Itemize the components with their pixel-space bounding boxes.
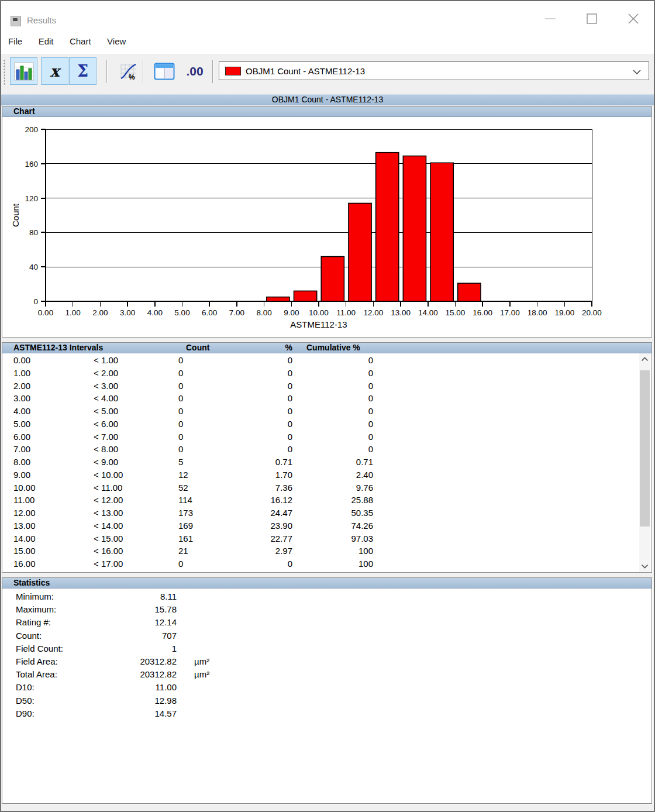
histogram-chart: 040801201602000.001.002.003.004.005.006.… <box>2 117 651 338</box>
interval-row[interactable]: 15.00 < 16.00 21 2.97 100 <box>2 545 637 558</box>
interval-cumulative-percent: 0 <box>303 431 373 443</box>
minimize-icon <box>544 12 557 25</box>
interval-row[interactable]: 5.00 < 6.00 0 0 0 <box>2 418 637 431</box>
interval-low: 14.00 <box>13 532 36 545</box>
statistics-header: Statistics <box>2 578 651 589</box>
interval-cumulative-percent: 0 <box>303 380 373 393</box>
statistic-value: 14.57 <box>101 707 177 720</box>
toolbar-grip[interactable] <box>3 59 6 85</box>
interval-row[interactable]: 0.00 < 1.00 0 0 0 <box>2 354 637 367</box>
svg-text:7.00: 7.00 <box>229 308 244 317</box>
summation-button[interactable]: Σ <box>69 57 96 85</box>
interval-count: 0 <box>178 392 183 405</box>
interval-row[interactable]: 10.00 < 11.00 52 7.36 9.76 <box>2 481 637 494</box>
interval-low: 11.00 <box>13 494 35 507</box>
interval-row[interactable]: 2.00 < 3.00 0 0 0 <box>2 380 637 393</box>
svg-text:4.00: 4.00 <box>147 308 163 317</box>
interval-high: < 3.00 <box>94 380 118 393</box>
interval-cumulative-percent: 74.26 <box>303 519 373 532</box>
interval-count: 0 <box>178 367 183 380</box>
statistic-row: Count: 707 <box>2 629 651 642</box>
svg-text:18.00: 18.00 <box>528 308 547 317</box>
x-values-button[interactable]: x <box>41 57 68 85</box>
interval-high: < 10.00 <box>94 469 123 481</box>
interval-count: 21 <box>178 545 188 558</box>
decimal-icon: .00 <box>186 64 203 78</box>
svg-text:16.00: 16.00 <box>473 308 492 317</box>
scroll-up-button[interactable] <box>639 353 650 364</box>
menu-view[interactable]: View <box>107 29 126 54</box>
menu-edit[interactable]: Edit <box>39 29 54 54</box>
interval-percent: 16.12 <box>234 494 292 507</box>
svg-text:120: 120 <box>25 194 38 203</box>
interval-row[interactable]: 1.00 < 2.00 0 0 0 <box>2 367 637 380</box>
interval-cumulative-percent: 0 <box>303 367 373 380</box>
statistic-row: Field Count: 1 <box>2 642 651 655</box>
svg-text:0.00: 0.00 <box>38 308 53 317</box>
svg-text:8.00: 8.00 <box>256 308 271 317</box>
interval-low: 9.00 <box>13 469 30 481</box>
interval-row[interactable]: 13.00 < 14.00 169 23.90 74.26 <box>2 519 637 532</box>
interval-percent: 24.47 <box>234 507 292 519</box>
interval-percent: 1.70 <box>234 469 292 481</box>
interval-row[interactable]: 3.00 < 4.00 0 0 0 <box>2 392 637 405</box>
statistic-value: 20312.82 <box>101 668 177 681</box>
histogram-bar <box>458 283 481 301</box>
statistic-value: 12.98 <box>101 694 177 707</box>
interval-count: 0 <box>178 418 183 431</box>
column-layout-button[interactable] <box>150 57 178 85</box>
interval-row[interactable]: 9.00 < 10.00 12 1.70 2.40 <box>2 469 637 481</box>
svg-text:5.00: 5.00 <box>174 308 189 317</box>
scrollbar-thumb[interactable] <box>640 370 650 527</box>
interval-row[interactable]: 12.00 < 13.00 173 24.47 50.35 <box>2 507 637 519</box>
svg-text:19.00: 19.00 <box>554 308 574 317</box>
interval-row[interactable]: 16.00 < 17.00 0 0 100 <box>2 558 637 570</box>
statistic-row: Total Area: 20312.82 µm² <box>2 668 651 681</box>
interval-percent: 0 <box>234 354 292 367</box>
histogram-bar <box>321 257 344 301</box>
interval-low: 1.00 <box>13 367 30 380</box>
histogram-bar <box>294 291 317 301</box>
interval-cumulative-percent: 97.03 <box>303 532 373 545</box>
interval-count: 0 <box>178 443 183 456</box>
svg-text:40: 40 <box>29 263 38 271</box>
interval-high: < 15.00 <box>94 532 123 545</box>
interval-count: 52 <box>178 481 188 494</box>
interval-row[interactable]: 14.00 < 15.00 161 22.77 97.03 <box>2 532 637 545</box>
svg-text:10.00: 10.00 <box>309 308 329 317</box>
interval-row[interactable]: 11.00 < 12.00 114 16.12 25.88 <box>2 494 637 507</box>
interval-cumulative-percent: 0 <box>303 418 373 431</box>
interval-percent: 0.71 <box>234 456 292 469</box>
x-axis-title: ASTME112-13 <box>290 319 347 329</box>
interval-row[interactable]: 8.00 < 9.00 5 0.71 0.71 <box>2 456 637 469</box>
interval-low: 4.00 <box>13 405 30 418</box>
statistic-label: Count: <box>16 629 42 642</box>
interval-row[interactable]: 7.00 < 8.00 0 0 0 <box>2 443 637 456</box>
intervals-scrollbar[interactable] <box>639 353 650 572</box>
interval-row[interactable]: 6.00 < 7.00 0 0 0 <box>2 431 637 443</box>
interval-low: 13.00 <box>13 519 36 532</box>
statistic-label: D10: <box>16 681 35 694</box>
column-header-count: Count <box>186 343 209 353</box>
histogram-bar <box>376 153 399 301</box>
svg-text:13.00: 13.00 <box>391 308 411 317</box>
app-icon-glyph <box>13 18 18 21</box>
interval-percent: 0 <box>234 392 292 405</box>
toolbar-separator <box>143 60 143 83</box>
histogram-bar <box>403 156 426 301</box>
result-selector-combobox[interactable]: OBJM1 Count - ASTME112-13 <box>219 61 649 80</box>
menu-file[interactable]: File <box>8 29 22 54</box>
statistic-row: Maximum: 15.78 <box>2 603 651 616</box>
scroll-down-button[interactable] <box>639 560 650 572</box>
interval-row[interactable]: 4.00 < 5.00 0 0 0 <box>2 405 637 418</box>
histogram-bar <box>349 203 371 301</box>
interval-high: < 17.00 <box>94 558 123 570</box>
interval-percent: 0 <box>234 380 292 393</box>
cumulative-percent-button[interactable]: % <box>115 57 142 85</box>
statistic-value: 11.00 <box>101 681 177 694</box>
chart-view-button[interactable] <box>10 57 37 85</box>
menu-chart[interactable]: Chart <box>70 29 91 54</box>
svg-text:3.00: 3.00 <box>120 308 135 317</box>
interval-cumulative-percent: 0 <box>303 405 373 418</box>
decimal-places-button[interactable]: .00 <box>178 57 211 85</box>
